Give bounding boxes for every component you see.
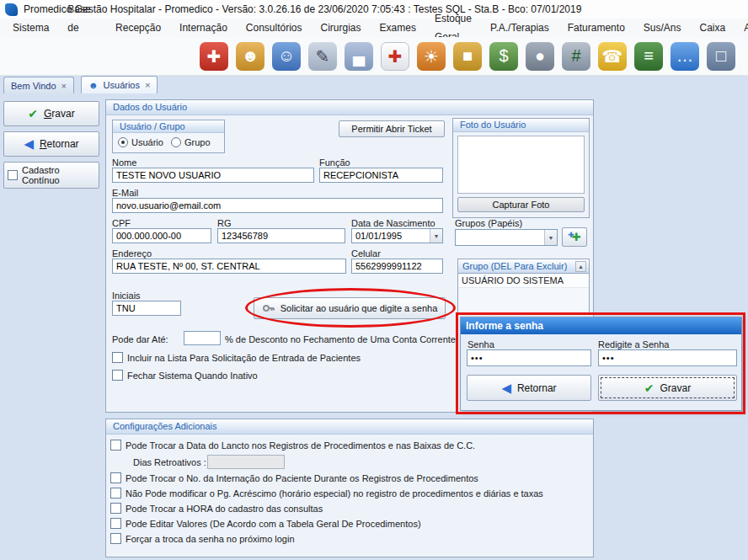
permitir-abrir-ticket-button[interactable]: Permitir Abrir Ticket [339, 120, 445, 137]
phone-icon[interactable]: ☎ [598, 42, 627, 71]
capturar-foto-button[interactable]: Capturar Foto [457, 197, 585, 212]
endereco-input[interactable] [112, 259, 346, 274]
button-label: Solicitar ao usuário que digite a senha [280, 303, 438, 313]
emergency-icon[interactable]: ✚ [200, 42, 228, 71]
radio-icon[interactable] [171, 137, 181, 147]
notes-icon[interactable]: ✎ [308, 42, 337, 71]
checkbox-icon[interactable] [112, 370, 123, 381]
group-title: Usuário / Grupo [120, 121, 185, 131]
dialog-title: Informe a senha [466, 320, 543, 332]
package-icon[interactable]: ■ [453, 42, 482, 71]
bed-icon[interactable]: ▄ [345, 42, 373, 71]
redigite-senha-input[interactable] [598, 349, 737, 366]
solicitar-senha-button[interactable]: Solicitar ao usuário que digite a senha [254, 297, 446, 319]
menu-item-caixa[interactable]: Caixa [691, 19, 735, 37]
menu-item-pa-terapias[interactable]: P.A./Terapias [481, 19, 558, 37]
grupos-papeis-input[interactable] [456, 230, 544, 245]
email-input[interactable] [112, 198, 443, 213]
satellite-icon[interactable]: ☀ [417, 42, 446, 71]
senha-input[interactable] [467, 349, 591, 366]
funcao-input[interactable] [319, 168, 443, 183]
dias-retroativos-label: Dias Retroativos : [133, 457, 206, 467]
check-icon: ✔ [644, 381, 654, 395]
grupo-list-header[interactable]: Grupo (DEL Para Excluir) ▲ [457, 259, 590, 274]
plus-icon: ✚ [572, 231, 581, 243]
chevron-down-icon[interactable]: ▼ [430, 229, 442, 243]
cpf-input[interactable] [112, 228, 211, 243]
menu-item-sistema[interactable]: Sistema [3, 19, 58, 37]
radio-usuario[interactable]: Usuário [118, 137, 163, 147]
menu-item-cirurgias[interactable]: Cirurgias [312, 19, 371, 37]
retornar-button[interactable]: ◀ Retornar [3, 131, 99, 157]
checkbox-icon[interactable] [110, 440, 121, 451]
radio-icon[interactable] [118, 137, 128, 147]
checkbox-editar-valores[interactable]: Pode Editar Valores (De Acordo com a Tab… [110, 518, 421, 529]
group-title: Foto do Usuário [460, 120, 526, 130]
dialog-title-bar[interactable]: Informe a senha [461, 317, 741, 334]
chevron-down-icon[interactable]: ▼ [544, 230, 557, 245]
close-icon[interactable]: × [145, 80, 150, 90]
gravar-button[interactable]: ✔ Gravar [3, 101, 99, 126]
app-window: Promedico Gestão Hospitalar - Promedico … [0, 0, 748, 560]
nome-label: Nome [112, 157, 136, 168]
menu-item-administracao[interactable]: Administra [735, 19, 748, 37]
checkbox-icon[interactable] [112, 352, 123, 363]
checkbox-trocar-data-lancto[interactable]: Pode Trocar a Data do Lancto nos Registr… [110, 440, 475, 451]
senha-label: Senha [467, 339, 494, 349]
bank-icon[interactable]: $ [489, 42, 518, 71]
menu-item-consultorios[interactable]: Consultórios [237, 19, 312, 37]
informe-senha-dialog: Informe a senha Senha Redigite a Senha ◀… [460, 317, 742, 411]
key-icon [262, 301, 275, 315]
checkbox-trocar-hora-consultas[interactable]: Pode Trocar a HORA do cadastro das consu… [110, 503, 323, 514]
checkbox-incluir-lista-pacientes[interactable]: Incluir na Lista Para Solicitação de Ent… [112, 352, 361, 363]
tab-label: Usuários [104, 80, 140, 90]
chat-icon[interactable]: … [671, 42, 699, 71]
chevron-up-icon[interactable]: ▲ [575, 261, 586, 272]
menu-item-sus-ans[interactable]: Sus/Ans [634, 19, 691, 37]
grupos-papeis-combo[interactable]: ▼ [455, 229, 558, 246]
celular-input[interactable] [351, 259, 443, 274]
checkbox-forcar-troca-senha[interactable]: Forçar a troca da senha no próximo login [110, 533, 295, 544]
data-nascimento-label: Data de Nascimento [351, 218, 435, 228]
menu-item-faturamento[interactable]: Faturamento [558, 19, 634, 37]
radio-grupo[interactable]: Grupo [171, 137, 211, 147]
menu-item-recepcao[interactable]: Recepção [106, 19, 170, 37]
menu-item-internacao[interactable]: Internação [170, 19, 237, 37]
rg-input[interactable] [217, 228, 345, 243]
calculator-icon[interactable]: # [562, 42, 590, 71]
toolbar: ✚ ☻ ☺ ✎ ▄ ✚ ☀ ■ $ ● # ☎ ≡ … □ [0, 37, 748, 76]
monitor-icon[interactable]: □ [707, 42, 735, 71]
dados-usuario-group-header: Dados do Usuário [106, 100, 593, 115]
nome-input[interactable] [112, 168, 314, 183]
iniciais-input[interactable] [112, 301, 181, 316]
checkbox-nao-modificar-acrescimo[interactable]: Não Pode modificar o Pg. Acréscimo (horá… [110, 488, 543, 499]
desconto-input[interactable] [184, 331, 221, 345]
checkbox-trocar-numero-internacao[interactable]: Pode Trocar o No. da Internação do Pacie… [110, 472, 478, 483]
cadastro-continuo-label: Cadastro Contínuo [22, 165, 99, 185]
close-icon[interactable]: × [61, 81, 67, 91]
checkbox-icon[interactable] [110, 503, 121, 514]
menu-item-exames[interactable]: Exames [371, 19, 425, 37]
book-icon[interactable]: ≡ [634, 42, 663, 71]
add-grupo-button[interactable]: ✚ ✚ [562, 227, 587, 247]
cadastro-continuo-checkbox[interactable] [8, 170, 18, 180]
dialog-retornar-button[interactable]: ◀ Retornar [467, 375, 591, 401]
ambulance-icon[interactable]: ✚ [381, 42, 409, 71]
tab-label: Bem Vindo [11, 81, 56, 91]
list-item[interactable]: USUÁRIO DO SISTEMA [458, 274, 589, 288]
doctor-icon[interactable]: ☺ [272, 42, 301, 71]
checkbox-fechar-sistema-inativo[interactable]: Fechar Sistema Quando Inativo [112, 370, 258, 381]
dialog-gravar-button[interactable]: ✔ Gravar [598, 375, 737, 401]
data-nascimento-input[interactable] [352, 229, 430, 243]
checkbox-icon[interactable] [110, 518, 121, 529]
checkbox-icon[interactable] [110, 472, 121, 483]
tipo-usuario-group-header: Usuário / Grupo [113, 120, 224, 133]
cadastro-continuo-toggle[interactable]: Cadastro Contínuo [3, 162, 99, 189]
users-icon[interactable]: ☻ [236, 42, 264, 71]
safe-icon[interactable]: ● [526, 42, 554, 71]
tab-bem-vindo[interactable]: Bem Vindo × [3, 77, 74, 93]
checkbox-icon[interactable] [110, 533, 121, 544]
tab-usuarios[interactable]: ☻ Usuários × [81, 76, 158, 93]
checkbox-icon[interactable] [110, 488, 121, 499]
data-nascimento-combo[interactable]: ▼ [351, 228, 443, 243]
